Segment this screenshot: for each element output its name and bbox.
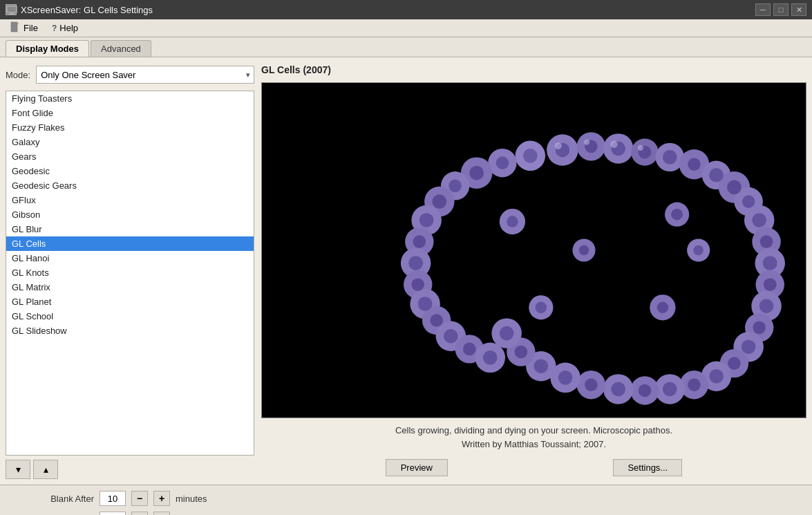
list-item[interactable]: GL Knots [6, 265, 254, 280]
mode-select[interactable]: Only One Screen Saver Random Screen Save… [36, 66, 254, 84]
titlebar-buttons: ─ □ ✕ [755, 3, 806, 16]
help-menu-icon: ? [52, 24, 57, 33]
preview-description: Cells growing, dividing and dying on you… [261, 424, 806, 451]
svg-point-32 [449, 179, 462, 192]
blank-after-input[interactable] [100, 491, 126, 506]
controls-panel: Blank After − + minutes Cycle After − + … [0, 485, 812, 515]
svg-point-102 [610, 141, 617, 148]
file-menu-label: File [23, 23, 38, 33]
svg-point-83 [418, 297, 433, 311]
svg-point-48 [742, 339, 756, 354]
svg-point-76 [534, 359, 549, 373]
cycle-after-input[interactable] [100, 512, 126, 515]
svg-point-91 [671, 209, 683, 221]
list-item[interactable]: GL Matrix [6, 280, 254, 294]
cycle-after-decrease-button[interactable]: − [131, 512, 148, 515]
svg-point-80 [413, 235, 426, 248]
menu-file[interactable]: File [3, 20, 45, 36]
svg-point-60 [639, 384, 652, 397]
svg-point-31 [469, 166, 484, 180]
svg-point-63 [558, 371, 573, 385]
svg-point-62 [585, 378, 598, 391]
menubar: File ? Help [0, 19, 812, 37]
settings-button[interactable]: Settings... [613, 459, 682, 476]
blank-after-unit: minutes [176, 494, 207, 504]
svg-point-89 [507, 216, 518, 227]
screensaver-list[interactable]: Flying ToastersFont GlideFuzzy FlakesGal… [6, 91, 254, 456]
list-navigation: ▾ ▴ [6, 460, 254, 479]
svg-point-21 [709, 168, 724, 182]
svg-point-103 [638, 145, 643, 151]
list-item[interactable]: GFlux [6, 193, 254, 207]
svg-rect-3 [11, 22, 17, 32]
svg-point-84 [430, 314, 443, 327]
svg-point-85 [444, 329, 458, 344]
list-item[interactable]: Geodesic [6, 164, 254, 178]
window-title: XScreenSaver: GL Cells Settings [21, 5, 153, 15]
svg-point-46 [759, 299, 774, 313]
blank-after-increase-button[interactable]: + [153, 491, 170, 506]
monitor-icon [6, 4, 17, 15]
svg-point-42 [752, 213, 766, 227]
list-up-button[interactable]: ▴ [33, 460, 58, 479]
restore-button[interactable]: □ [773, 3, 789, 16]
tab-advanced[interactable]: Advanced [91, 40, 151, 57]
close-window-button[interactable]: ✕ [791, 3, 806, 16]
svg-point-86 [463, 343, 476, 356]
svg-point-100 [555, 142, 562, 149]
list-item[interactable]: Geodesic Gears [6, 178, 254, 193]
cycle-after-row: Cycle After − + minutes [11, 510, 801, 515]
mode-row: Mode: Only One Screen Saver Random Scree… [6, 63, 254, 86]
list-item[interactable]: GL Cells [6, 236, 254, 251]
svg-point-49 [728, 357, 741, 370]
list-item[interactable]: GL Hanoi [6, 251, 254, 265]
preview-button[interactable]: Preview [386, 459, 448, 476]
svg-point-101 [584, 139, 589, 144]
titlebar: XScreenSaver: GL Cells Settings ─ □ ✕ [0, 0, 812, 19]
svg-point-87 [483, 350, 498, 365]
svg-point-78 [500, 326, 514, 341]
list-item[interactable]: Font Glide [6, 106, 254, 120]
list-item[interactable]: Galaxy [6, 135, 254, 149]
menu-help[interactable]: ? Help [45, 21, 85, 35]
svg-point-45 [764, 278, 777, 291]
file-menu-icon [10, 21, 21, 35]
left-panel: Mode: Only One Screen Saver Random Scree… [6, 63, 254, 479]
svg-point-20 [688, 158, 701, 171]
titlebar-left: XScreenSaver: GL Cells Settings [6, 4, 153, 15]
svg-point-30 [496, 156, 509, 169]
svg-point-93 [693, 245, 703, 255]
preview-image [261, 82, 806, 418]
list-item[interactable]: GL School [6, 309, 254, 324]
tabs: Display Modes Advanced [0, 37, 812, 57]
preview-canvas [262, 83, 806, 418]
svg-point-23 [742, 195, 755, 208]
svg-marker-4 [17, 22, 19, 24]
preview-title: GL Cells (2007) [261, 63, 806, 77]
list-item[interactable]: Fuzzy Flakes [6, 120, 254, 135]
svg-point-22 [727, 180, 742, 195]
svg-point-33 [432, 194, 446, 209]
svg-point-19 [663, 150, 677, 165]
svg-rect-1 [10, 12, 14, 14]
list-item[interactable]: Gibson [6, 207, 254, 222]
blank-after-decrease-button[interactable]: − [131, 491, 148, 506]
svg-rect-0 [7, 6, 17, 12]
list-item[interactable]: GL Planet [6, 294, 254, 309]
list-item[interactable]: GL Blur [6, 222, 254, 236]
svg-point-44 [763, 256, 777, 270]
list-item[interactable]: GL Slideshow [6, 324, 254, 338]
cycle-after-increase-button[interactable]: + [153, 512, 170, 515]
right-panel: GL Cells (2007) [261, 63, 806, 479]
list-item[interactable]: Gears [6, 149, 254, 164]
svg-point-59 [663, 382, 677, 397]
tab-display-modes[interactable]: Display Modes [6, 40, 89, 57]
minimize-button[interactable]: ─ [755, 3, 771, 16]
svg-point-43 [760, 235, 773, 248]
svg-point-99 [579, 245, 589, 255]
svg-point-82 [411, 278, 424, 291]
svg-point-29 [523, 149, 538, 163]
list-item[interactable]: Flying Toasters [6, 91, 254, 106]
blank-after-label: Blank After [11, 494, 94, 504]
list-down-button[interactable]: ▾ [6, 460, 30, 479]
